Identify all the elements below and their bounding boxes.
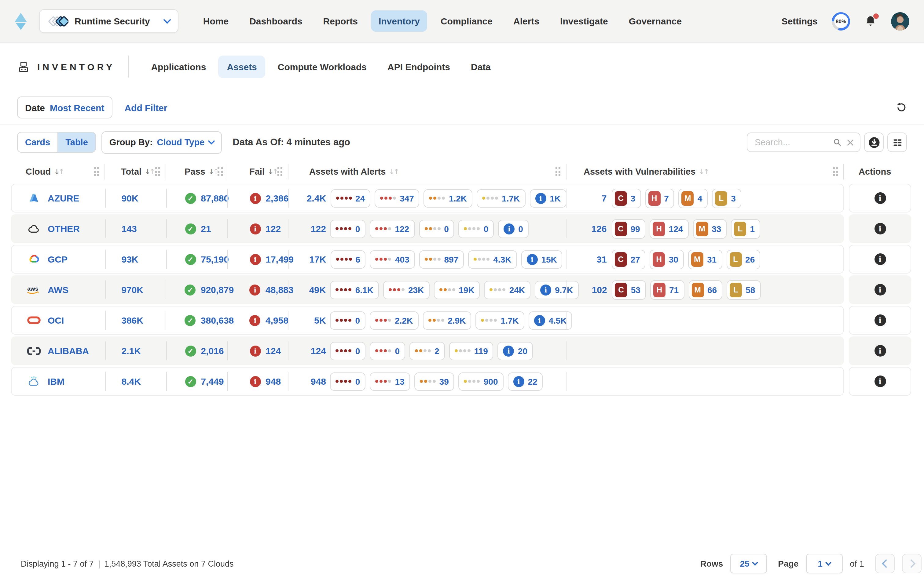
alert-count-high[interactable]: 122 [395,224,409,234]
total-count-link[interactable]: 143 [122,224,137,234]
column-header-assets-with-vulnerabilities[interactable]: Assets with Vulnerabilities ↓↑ [567,160,844,184]
column-settings-button[interactable] [887,132,907,152]
info-action-icon[interactable]: i [874,376,886,387]
alert-pill-info[interactable]: i 0 [498,219,528,238]
alert-pill-critical[interactable]: 0 [330,219,366,238]
alert-count-low[interactable]: 1.7K [502,193,520,203]
alert-count-medium[interactable]: 2 [435,346,439,356]
alert-pill-medium[interactable]: 0 [419,219,454,238]
info-action-icon[interactable]: i [874,223,886,234]
alert-count-info[interactable]: 15K [541,254,557,264]
nav-item-reports[interactable]: Reports [316,10,365,32]
alert-count-critical[interactable]: 0 [355,376,360,386]
vuln-pill-critical[interactable]: C 3 [612,189,641,208]
vuln-pill-high[interactable]: H 71 [650,280,684,300]
alert-pill-info[interactable]: i 22 [507,372,543,390]
cloud-name-link[interactable]: AZURE [48,193,79,203]
group-by-dropdown[interactable]: Group By: Cloud Type [102,131,222,153]
vuln-pill-low[interactable]: L 3 [712,189,741,208]
alert-count-low[interactable]: 24K [509,285,525,295]
sort-icon[interactable]: ↓↑ [389,167,398,176]
alert-count-critical[interactable]: 0 [355,315,360,325]
view-table-button[interactable]: Table [57,132,95,152]
vuln-pill-critical[interactable]: C 27 [612,250,646,269]
info-action-icon[interactable]: i [874,284,886,295]
alert-pill-critical[interactable]: 0 [330,311,365,329]
vulnerable-assets-count[interactable]: 7 [584,193,607,203]
alert-count-critical[interactable]: 0 [355,224,360,234]
alert-count-high[interactable]: 403 [395,254,409,264]
alert-count-critical[interactable]: 6 [355,254,360,264]
alert-count-low[interactable]: 1.7K [501,315,519,325]
alert-count-medium[interactable]: 39 [439,376,449,386]
alert-count-medium[interactable]: 19K [459,285,474,295]
alert-pill-high[interactable]: 2.2K [370,311,418,329]
alert-pill-info[interactable]: i 20 [498,342,533,360]
nav-item-investigate[interactable]: Investigate [553,10,615,32]
pass-count-link[interactable]: 2,016 [201,346,224,356]
drag-handle-icon[interactable] [277,167,282,176]
alert-pill-low[interactable]: 900 [459,372,504,390]
total-count-link[interactable]: 2.1K [122,346,141,356]
drag-handle-icon[interactable] [218,167,223,176]
sort-icon[interactable]: ↓↑ [145,167,154,176]
alert-count-info[interactable]: 20 [518,346,527,356]
vuln-pill-high[interactable]: H 124 [650,219,689,239]
alert-pill-medium[interactable]: 2.9K [423,311,471,329]
reset-filters-icon[interactable] [896,102,907,113]
alert-pill-critical[interactable]: 6 [330,250,366,268]
alert-count-low[interactable]: 0 [484,224,489,234]
alert-count-info[interactable]: 0 [518,224,523,234]
info-action-icon[interactable]: i [874,192,886,204]
alert-pill-info[interactable]: i 15K [521,250,562,268]
alert-count-info[interactable]: 4.5K [549,315,567,325]
alert-pill-medium[interactable]: 1.2K [424,189,472,207]
vuln-count-critical[interactable]: 27 [631,254,640,264]
fail-count-link[interactable]: 948 [265,376,281,387]
tab-api-endpoints[interactable]: API Endpoints [379,55,459,78]
alert-pill-medium[interactable]: 2 [409,342,445,360]
vuln-pill-critical[interactable]: C 53 [612,280,646,300]
alert-pill-low[interactable]: 119 [449,342,493,360]
tab-assets[interactable]: Assets [218,55,265,78]
alert-count-high[interactable]: 13 [395,376,404,386]
total-count-link[interactable]: 90K [122,193,139,203]
sort-icon[interactable]: ↓↑ [268,167,277,176]
alert-count-medium[interactable]: 1.2K [449,193,467,203]
search-input[interactable] [753,137,829,148]
alert-pill-high[interactable]: 23K [383,280,429,299]
alert-pill-low[interactable]: 1.7K [475,311,524,329]
vuln-pill-medium[interactable]: M 31 [688,250,722,269]
pass-count-link[interactable]: 87,880 [201,193,229,203]
vuln-pill-critical[interactable]: C 99 [611,219,645,239]
vuln-count-medium[interactable]: 4 [698,193,703,203]
alert-pill-high[interactable]: 122 [370,219,415,238]
page-select[interactable]: 1 [806,554,842,573]
vuln-count-high[interactable]: 71 [669,285,678,295]
alert-pill-low[interactable]: 4.3K [468,250,517,268]
license-progress-ring[interactable]: 80% [832,12,850,30]
nav-item-home[interactable]: Home [196,10,236,32]
vuln-count-critical[interactable]: 53 [631,285,640,295]
vuln-count-low[interactable]: 26 [745,254,755,264]
vuln-count-high[interactable]: 7 [664,193,669,203]
column-header-cloud[interactable]: Cloud ↓↑ [11,160,105,184]
cloud-name-link[interactable]: ALIBABA [48,346,89,356]
sort-icon[interactable]: ↓↑ [54,167,63,176]
vuln-pill-medium[interactable]: M 66 [688,280,722,300]
info-action-icon[interactable]: i [874,314,886,326]
column-header-fail[interactable]: Fail ↓↑ [227,160,288,184]
alert-count-low[interactable]: 4.3K [493,254,511,264]
nav-item-compliance[interactable]: Compliance [433,10,500,32]
alert-pill-critical[interactable]: 24 [330,189,370,207]
next-page-button[interactable] [902,554,922,573]
alert-count-high[interactable]: 23K [408,285,424,295]
settings-button[interactable]: Settings [782,16,818,26]
alert-count-critical[interactable]: 0 [355,346,360,356]
cloud-name-link[interactable]: AWS [48,285,68,295]
vulnerable-assets-count[interactable]: 102 [584,285,607,295]
vulnerable-assets-count[interactable]: 126 [583,224,607,234]
sort-icon[interactable]: ↓↑ [698,167,708,176]
view-cards-button[interactable]: Cards [18,132,57,152]
alert-pill-high[interactable]: 13 [370,372,410,390]
